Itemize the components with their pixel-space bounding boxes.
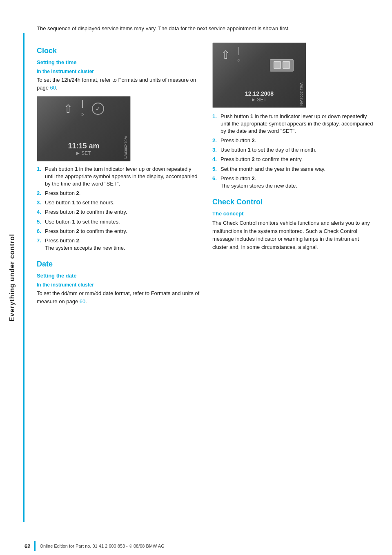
cluster-time-display: 11:15 am — [68, 142, 99, 150]
intro-text: The sequence of displayed service items … — [37, 25, 376, 33]
cluster-set-label-right: ▶ SET — [252, 97, 266, 103]
clock-format-text: To set the 12h/24h format, refer to Form… — [37, 76, 200, 92]
check-control-body: The Check Control monitors vehicle funct… — [212, 219, 376, 251]
date-step-3: 3. Use button 1 to set the day of the mo… — [212, 146, 376, 154]
setting-date-subtitle: Setting the date — [37, 273, 200, 279]
image-ref-right: W01-2004WN — [299, 83, 303, 106]
check-control-concept-subtitle: The concept — [212, 210, 376, 217]
cluster-image-left: ⇧ ⬦ ✓ 11:15 am ▶ SET — [37, 96, 131, 161]
main-content: The sequence of displayed service items … — [24, 0, 392, 555]
footer-text: Online Edition for Part no. 01 41 2 600 … — [40, 544, 164, 548]
clock-steps-list: 1. Push button 1 in the turn indicator l… — [37, 166, 200, 252]
two-col-layout: Clock Setting the time In the instrument… — [37, 43, 376, 309]
clock-step-2: 2. Press button 2. — [37, 190, 200, 197]
footer-divider — [34, 541, 36, 551]
clock-step-6: 6. Press button 2 to confirm the entry. — [37, 228, 200, 235]
clock-section-title: Clock — [37, 47, 200, 55]
page-number: 62 — [24, 543, 30, 549]
cluster-icons-top: ⇧ ⬦ ✓ — [63, 100, 104, 118]
instrument-cluster-label-date: In the instrument cluster — [37, 282, 200, 288]
date-step-6: 6. Press button 2.The system stores the … — [212, 175, 376, 190]
left-column: Clock Setting the time In the instrument… — [37, 43, 200, 309]
setting-time-subtitle: Setting the time — [37, 59, 200, 65]
cluster-right-top-icons: ⇧ ⬦ — [221, 47, 241, 63]
road-icon: ⬦ — [80, 100, 85, 118]
clock-step-7: 7. Press button 2.The system accepts the… — [37, 237, 200, 252]
clock-step-5: 5. Use button 1 to set the minutes. — [37, 218, 200, 226]
cluster-arrow-icon: ▶ — [76, 151, 80, 155]
nav-arrows-icon: ⇧ — [63, 102, 73, 116]
sidebar: Everything under control — [0, 0, 24, 555]
date-step-1: 1. Push button 1 in the turn indicator l… — [212, 113, 376, 135]
date-format-text: To set the dd/mm or mm/dd date format, r… — [37, 289, 200, 305]
cluster-sq-1 — [274, 61, 281, 69]
check-control-title: Check Control — [212, 198, 376, 206]
sidebar-label: Everything under control — [9, 234, 16, 321]
clock-step-4: 4. Press button 2 to confirm the entry. — [37, 208, 200, 216]
road-right-icon: ⬦ — [237, 47, 241, 63]
cluster-arrow-right-icon: ▶ — [252, 97, 255, 102]
cluster-set-label-left: ▶ SET — [76, 150, 91, 156]
clock-circle-icon: ✓ — [92, 103, 104, 115]
date-step-4: 4. Press button 2 to confirm the entry. — [212, 156, 376, 163]
date-step-2: 2. Press button 2. — [212, 137, 376, 144]
fake-cluster-left: ⇧ ⬦ ✓ 11:15 am ▶ SET — [37, 96, 130, 161]
date-steps-list: 1. Push button 1 in the turn indicator l… — [212, 113, 376, 190]
date-section-title: Date — [37, 260, 200, 269]
clock-step-3: 3. Use button 1 to set the hours. — [37, 199, 200, 206]
image-ref-left: W01-2003WN — [124, 136, 128, 159]
cluster-squares-display — [270, 59, 294, 72]
cluster-image-right: ⇧ ⬦ — [212, 43, 306, 108]
cluster-squares — [274, 61, 290, 69]
cluster-sq-2 — [283, 61, 290, 69]
date-step-5: 5. Set the month and the year in the sam… — [212, 166, 376, 173]
fake-cluster-right: ⇧ ⬦ — [213, 43, 306, 107]
right-column: ⇧ ⬦ — [212, 43, 376, 309]
cluster-date-display: 12.12.2008 — [245, 90, 274, 97]
page-link-60-clock[interactable]: 60 — [50, 85, 56, 91]
instrument-cluster-label-left: In the instrument cluster — [37, 69, 200, 74]
page-link-60-date[interactable]: 60 — [80, 298, 85, 304]
page-footer: 62 Online Edition for Part no. 01 41 2 6… — [0, 537, 392, 555]
clock-step-1: 1. Push button 1 in the turn indicator l… — [37, 166, 200, 188]
page-container: Everything under control The sequence of… — [0, 0, 392, 555]
nav-arrows-right-icon: ⇧ — [221, 48, 230, 62]
